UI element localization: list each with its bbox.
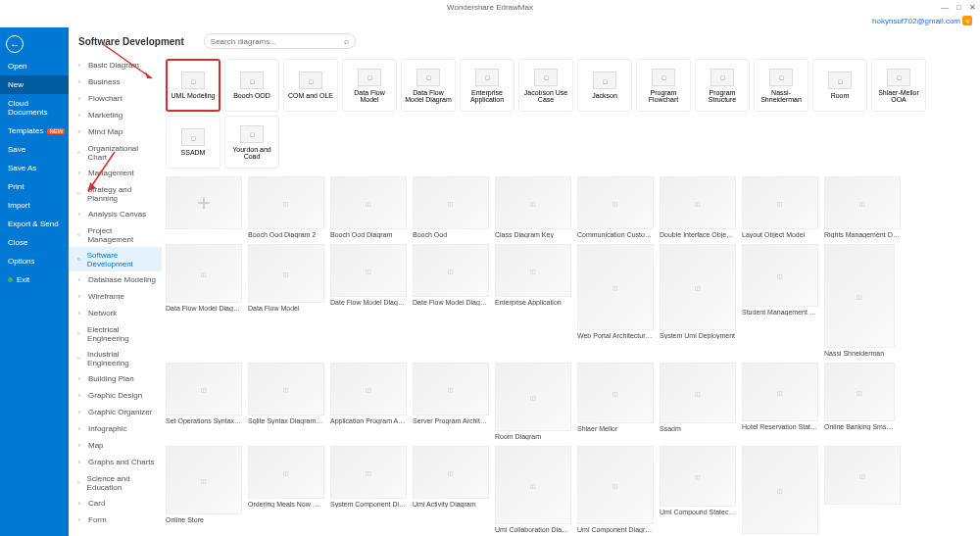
category-item[interactable]: ▫Map — [69, 437, 162, 454]
category-item[interactable]: ▫Basic Diagram — [69, 57, 162, 73]
diagram-type-card[interactable]: ◻UML Modeling — [166, 59, 220, 112]
template-label: Layout Object Model — [742, 231, 818, 238]
diagram-type-card[interactable]: ◻Program Structure — [695, 59, 750, 112]
template-card[interactable]: ◫Date Flow Model Diagram 2 — [330, 244, 407, 357]
template-card[interactable]: ◫Shlaer Mellor — [577, 363, 654, 440]
template-card[interactable]: ◫Uml Compound Statechart — [660, 446, 736, 534]
nav-save-as[interactable]: Save As — [0, 159, 69, 177]
template-card[interactable]: ◫Booch Ood Diagram 2 — [248, 176, 324, 238]
template-card[interactable]: ◫Class Diagram Key — [495, 176, 571, 238]
category-item[interactable]: ▫Network — [69, 305, 162, 321]
category-item[interactable]: ▫Project Management — [69, 222, 162, 247]
diagram-type-card[interactable]: ◻Shlaer-Mellor OOA — [871, 59, 926, 112]
category-item[interactable]: ▫Building Plan — [69, 370, 162, 387]
template-card[interactable]: ◫Uml Activity Diagram — [413, 446, 489, 534]
diagram-type-card[interactable]: ◻Data Flow Model — [342, 59, 397, 112]
category-item[interactable]: ▫Business — [69, 73, 162, 90]
template-card[interactable]: ◫Data Flow Model Diagram — [166, 244, 242, 357]
back-button[interactable]: ← — [6, 35, 24, 53]
template-card[interactable]: ◫Room Diagram — [495, 363, 571, 440]
category-item[interactable]: ▫Wireframe — [69, 288, 162, 305]
category-item[interactable]: ▫Graphic Organizer — [69, 404, 162, 420]
diagram-type-card[interactable]: ◻Nassi-Shneiderman — [754, 59, 808, 112]
template-card[interactable]: ◫Rights Management Object Model — [824, 176, 901, 238]
nav-save[interactable]: Save — [0, 140, 69, 159]
template-card[interactable]: ◫Hotel Reservation Statem — [742, 363, 818, 440]
diagram-type-card[interactable]: ◻Enterprise Application — [460, 59, 514, 112]
nav-templates[interactable]: TemplatesNEW — [0, 122, 69, 140]
category-item[interactable]: ▫Organizational Chart — [69, 140, 162, 165]
template-card[interactable]: ◫Uml Collaboration Diagram — [495, 446, 571, 534]
nav-close[interactable]: Close — [0, 233, 69, 252]
category-item[interactable]: ▫Industrial Engineering — [69, 346, 162, 370]
template-card[interactable]: ◫Layout Object Model — [742, 176, 818, 238]
diagram-type-card[interactable]: ◻Data Flow Model Diagram — [401, 59, 456, 112]
template-card[interactable]: ◫Ssadm — [660, 363, 736, 440]
category-item[interactable]: ▫Infographic — [69, 420, 162, 437]
template-card[interactable]: ◫Web Portal Architecture Diagram — [577, 244, 654, 357]
diagram-type-thumb: ◻ — [593, 72, 616, 89]
template-card[interactable]: ◫ — [742, 446, 818, 534]
diagram-type-card[interactable]: ◻Jackson — [577, 59, 632, 112]
template-card[interactable]: ◫Communication Customer Requ... — [577, 176, 654, 238]
template-card[interactable]: ◫Booch Ood Diagram — [330, 176, 407, 238]
category-item[interactable]: ▫Management — [69, 165, 162, 181]
category-item[interactable]: ▫Database Modeling — [69, 271, 162, 288]
category-item[interactable]: ▫Electrical Engineering — [69, 321, 162, 346]
template-card[interactable]: ◫System Component Diagram — [330, 446, 407, 534]
category-item[interactable]: ▫Mind Map — [69, 123, 162, 140]
search-box[interactable]: ⌕ — [204, 33, 356, 49]
category-item[interactable]: ▫Graphic Design — [69, 387, 162, 404]
template-card[interactable]: ◫ — [824, 446, 901, 534]
template-card[interactable]: ◫Set Operations Syntax Diagram E... — [166, 363, 242, 440]
template-card[interactable]: ◫Uml Component Diagram — [577, 446, 654, 534]
template-card[interactable]: ◫Student Management Use Case — [742, 244, 818, 357]
nav-new[interactable]: New — [0, 75, 69, 94]
template-card[interactable]: ◫Data Flow Model — [248, 244, 324, 357]
search-icon[interactable]: ⌕ — [344, 36, 349, 46]
category-item[interactable]: ▫Flowchart — [69, 90, 162, 107]
close-icon[interactable]: ✕ — [969, 3, 976, 12]
category-icon: ▫ — [74, 169, 84, 178]
diagram-type-card[interactable]: ◻Program Flowchart — [636, 59, 691, 112]
crown-icon[interactable]: ♕ — [962, 16, 972, 25]
nav-exit[interactable]: Exit — [0, 270, 69, 289]
category-item[interactable]: ▫Analysis Canvas — [69, 206, 162, 222]
template-card[interactable]: ◫Online Store — [166, 446, 242, 534]
nav-options[interactable]: Options — [0, 252, 69, 270]
nav-print[interactable]: Print — [0, 177, 69, 196]
search-input[interactable] — [211, 37, 344, 46]
template-card[interactable]: ◫System Uml Deployment — [660, 244, 736, 357]
template-card[interactable]: ◫Online Banking Sms Customer S... — [824, 363, 895, 440]
category-item[interactable]: ▫Strategy and Planning — [69, 181, 162, 206]
nav-cloud-documents[interactable]: Cloud Documents — [0, 94, 69, 122]
diagram-type-card[interactable]: ◻COM and OLE — [283, 59, 338, 112]
category-item[interactable]: ▫Graphs and Charts — [69, 454, 162, 470]
diagram-type-card[interactable]: ◻Jacobson Use Case — [518, 59, 573, 112]
minimize-icon[interactable]: — — [941, 3, 949, 12]
category-item[interactable]: ▫Science and Education — [69, 470, 162, 495]
category-item[interactable]: ▫Form — [69, 512, 162, 528]
category-item[interactable]: ▫Software Development — [69, 247, 162, 271]
template-card[interactable]: + — [166, 176, 242, 238]
nav-export[interactable]: Export & Send — [0, 215, 69, 233]
template-card[interactable]: ◫Ordering Meals Now Web Service — [248, 446, 324, 534]
template-card[interactable]: ◫Sqlite Syntax Diagram Example — [248, 363, 324, 440]
template-card[interactable]: ◫Application Program Architecture — [330, 363, 407, 440]
nav-open[interactable]: Open — [0, 57, 69, 75]
diagram-type-card[interactable]: ◻Booch OOD — [224, 59, 279, 112]
diagram-type-card[interactable]: ◻Yourdon and Coad — [224, 116, 279, 169]
category-item[interactable]: ▫Card — [69, 495, 162, 512]
nav-import[interactable]: Import — [0, 196, 69, 215]
template-card[interactable]: ◫Double Interface Object Model ... — [660, 176, 736, 238]
template-card[interactable]: ◫Date Flow Model Diagram — [413, 244, 489, 357]
diagram-type-card[interactable]: ◻SSADM — [166, 116, 220, 169]
user-email[interactable]: hokynsuf702@gmail.com — [872, 17, 960, 25]
template-card[interactable]: ◫Booch Ood — [413, 176, 489, 238]
category-item[interactable]: ▫Marketing — [69, 107, 162, 123]
template-card[interactable]: ◫Enterprise Application — [495, 244, 571, 357]
template-card[interactable]: ◫Nassi Shneiderman — [824, 244, 895, 357]
template-card[interactable]: ◫Server Program Architecture — [413, 363, 489, 440]
maximize-icon[interactable]: □ — [956, 3, 961, 12]
diagram-type-card[interactable]: ◻Room — [812, 59, 867, 112]
